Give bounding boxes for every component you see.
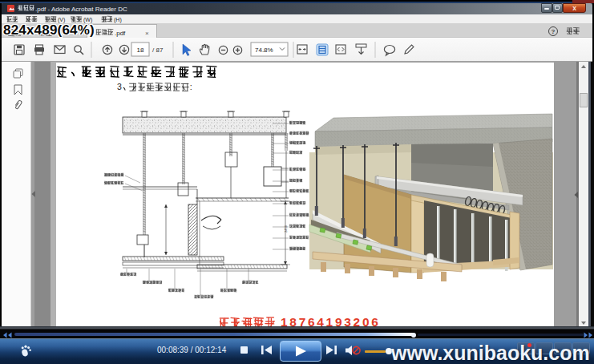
svg-text:18764193206: 18764193206 [281, 315, 381, 327]
svg-text::: : [190, 82, 192, 91]
svg-text:74.8%: 74.8% [255, 47, 273, 54]
svg-text:3: 3 [117, 82, 122, 91]
svg-text:/ 87: / 87 [152, 47, 164, 54]
svg-text:18: 18 [137, 47, 144, 54]
svg-text:2450: 2450 [284, 224, 288, 233]
